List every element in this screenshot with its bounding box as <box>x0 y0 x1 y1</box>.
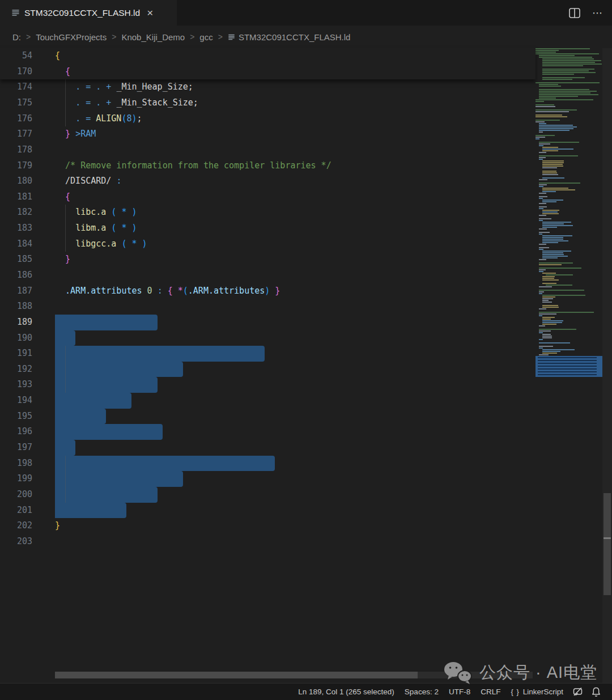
line-number[interactable]: 187 <box>0 283 32 299</box>
code-line[interactable]: 54{ <box>0 48 536 64</box>
line-number[interactable]: 180 <box>0 173 32 189</box>
breadcrumb-folder-touchgfxprojects[interactable]: TouchGFXProjects <box>36 32 107 42</box>
line-number[interactable]: 197 <box>0 440 32 456</box>
line-number[interactable]: 201 <box>0 503 32 519</box>
line-number[interactable]: 184 <box>0 236 32 252</box>
line-number[interactable]: 196 <box>0 424 32 440</box>
line-number[interactable]: 192 <box>0 362 32 377</box>
minimap-line <box>539 259 546 260</box>
sticky-scroll[interactable]: 54{170 { <box>0 48 536 79</box>
notifications-bell-icon[interactable] <box>587 686 605 697</box>
minimap-line <box>542 300 549 301</box>
line-number[interactable]: 200 <box>0 487 32 503</box>
breadcrumb-drive[interactable]: D: <box>12 32 21 42</box>
code-line[interactable]: 183 libm.a ( * ) <box>0 220 536 236</box>
line-number[interactable]: 194 <box>0 393 32 409</box>
code-line-content: } >RAM <box>55 126 536 142</box>
code-line[interactable]: 197··{ <box>0 440 536 456</box>
horizontal-scrollbar-thumb[interactable] <box>55 672 418 678</box>
line-number[interactable]: 195 <box>0 409 32 425</box>
minimap-line <box>539 184 547 185</box>
code-line[interactable]: 181 { <box>0 189 536 205</box>
line-number[interactable]: 191 <box>0 346 32 362</box>
code-line[interactable]: 200····.·=·ALIGN(0x4); <box>0 487 536 503</box>
encoding-status[interactable]: UTF-8 <box>444 688 475 696</box>
minimap-line <box>539 325 545 326</box>
line-number[interactable]: 174 <box>0 79 32 95</box>
code-line[interactable]: 190··{ <box>0 330 536 346</box>
code-line[interactable]: 198····*(FontFlashSection·FontFlashSecti… <box>0 456 536 472</box>
breadcrumb-folder-knob-kiji-demo[interactable]: Knob_Kiji_Demo <box>121 32 185 42</box>
minimap-line <box>542 296 555 298</box>
line-number[interactable]: 182 <box>0 205 32 220</box>
close-icon[interactable]: × <box>147 7 153 18</box>
line-number[interactable]: 203 <box>0 534 32 550</box>
code-line[interactable]: 184 libgcc.a ( * ) <box>0 236 536 252</box>
minimap-line <box>542 336 552 337</box>
code-line[interactable]: 193····.·=·ALIGN(0x4); <box>0 377 536 393</box>
language-mode-status[interactable]: { } LinkerScript <box>505 688 568 696</box>
code-line[interactable]: 202} <box>0 518 536 534</box>
minimap-line <box>542 72 596 73</box>
line-number[interactable]: 188 <box>0 299 32 315</box>
minimap[interactable] <box>536 48 602 683</box>
line-number[interactable]: 183 <box>0 220 32 236</box>
code-editor[interactable]: 174 . = . + _Min_Heap_Size;175 . = . + _… <box>0 48 612 683</box>
vertical-scrollbar[interactable] <box>602 48 612 683</box>
code-line-content: . = ALIGN(8); <box>55 111 536 127</box>
line-number[interactable]: 198 <box>0 456 32 472</box>
code-line[interactable]: 177 } >RAM <box>0 126 536 142</box>
code-line[interactable]: 175 . = . + _Min_Stack_Size; <box>0 95 536 111</box>
code-line[interactable]: 201··}·>SPI_FLASH <box>0 503 536 519</box>
line-number[interactable]: 185 <box>0 252 32 268</box>
code-line[interactable]: 192····*(.gnu.linkonce.r.*) <box>0 362 536 377</box>
code-line[interactable]: 188 <box>0 299 536 315</box>
line-number[interactable]: 186 <box>0 268 32 283</box>
code-line[interactable]: 189··ExtFlashSection·: <box>0 315 536 330</box>
code-line[interactable]: 195 <box>0 409 536 425</box>
line-number[interactable]: 54 <box>0 48 32 64</box>
code-line[interactable]: 170 { <box>0 64 536 80</box>
breadcrumb-file[interactable]: STM32C091CCTX_FLASH.ld <box>228 32 351 42</box>
code-line[interactable]: 182 libc.a ( * ) <box>0 205 536 220</box>
code-line-content: ····*(.gnu.linkonce.r.*) <box>55 362 536 377</box>
line-number[interactable]: 193 <box>0 377 32 393</box>
line-number[interactable]: 179 <box>0 158 32 174</box>
code-line[interactable]: 178 <box>0 142 536 158</box>
line-number[interactable]: 176 <box>0 111 32 127</box>
code-line[interactable]: 194··}·>SPI_FLASH <box>0 393 536 409</box>
code-line[interactable]: 176 . = ALIGN(8); <box>0 111 536 127</box>
code-line[interactable]: 191····*(ExtFlashSection·ExtFlashSection… <box>0 346 536 362</box>
eol-status[interactable]: CRLF <box>475 688 505 696</box>
selection-highlight <box>55 409 106 425</box>
minimap-line <box>542 257 558 258</box>
code-line[interactable]: 196··FontFlashSection·: <box>0 424 536 440</box>
line-number[interactable]: 175 <box>0 95 32 111</box>
cursor-position-status[interactable]: Ln 189, Col 1 (265 selected) <box>293 688 400 696</box>
line-number[interactable]: 190 <box>0 330 32 346</box>
line-number[interactable]: 178 <box>0 142 32 158</box>
code-line[interactable]: 179 /* Remove information from the compi… <box>0 158 536 174</box>
line-number[interactable]: 199 <box>0 471 32 487</box>
vertical-scrollbar-thumb[interactable] <box>604 493 611 595</box>
code-line-content: } <box>55 252 536 268</box>
code-line[interactable]: 187 .ARM.attributes 0 : { *(.ARM.attribu… <box>0 283 536 299</box>
line-number[interactable]: 177 <box>0 126 32 142</box>
breadcrumb-folder-gcc[interactable]: gcc <box>199 32 212 42</box>
code-line[interactable]: 180 /DISCARD/ : <box>0 173 536 189</box>
copilot-disabled-icon[interactable] <box>568 686 587 697</box>
minimap-line <box>542 74 574 75</box>
line-number[interactable]: 202 <box>0 518 32 534</box>
code-line[interactable]: 174 . = . + _Min_Heap_Size; <box>0 79 536 95</box>
code-line[interactable]: 186 <box>0 268 536 283</box>
line-number[interactable]: 189 <box>0 315 32 330</box>
code-line[interactable]: 199····*(.gnu.linkonce.r.*) <box>0 471 536 487</box>
tab-stm32c091cctx-flash-ld[interactable]: STM32C091CCTX_FLASH.ld × <box>0 0 177 26</box>
more-actions-icon[interactable]: ⋯ <box>592 7 603 19</box>
line-number[interactable]: 181 <box>0 189 32 205</box>
code-line[interactable]: 185 } <box>0 252 536 268</box>
line-number[interactable]: 170 <box>0 64 32 80</box>
split-editor-icon[interactable] <box>568 7 581 19</box>
code-line[interactable]: 203 <box>0 534 536 550</box>
indentation-status[interactable]: Spaces: 2 <box>400 688 444 696</box>
